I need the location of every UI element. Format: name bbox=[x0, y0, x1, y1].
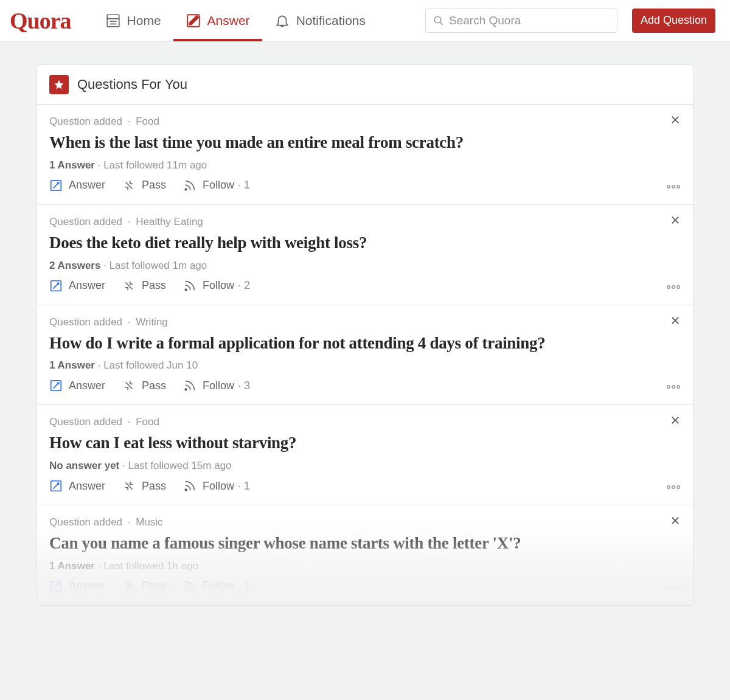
answers-count[interactable]: 1 Answer bbox=[49, 560, 95, 572]
answer-action[interactable]: Answer bbox=[49, 580, 105, 593]
dismiss-button[interactable] bbox=[670, 415, 681, 428]
question-stats: 2 Answers · Last followed 1m ago bbox=[49, 260, 681, 272]
svg-point-22 bbox=[185, 389, 187, 390]
answers-count[interactable]: 1 Answer bbox=[49, 359, 95, 371]
svg-point-15 bbox=[185, 289, 187, 291]
close-icon bbox=[670, 315, 681, 326]
feed-icon bbox=[105, 13, 121, 29]
meta-label: Question added bbox=[49, 216, 122, 227]
nav-notifications[interactable]: Notifications bbox=[262, 0, 378, 41]
svg-point-40 bbox=[672, 586, 675, 589]
topic-link[interactable]: Food bbox=[136, 416, 159, 428]
question-title[interactable]: When is the last time you made an entire… bbox=[49, 133, 681, 153]
question-card: Question added · FoodHow can I eat less … bbox=[37, 405, 693, 505]
topic-link[interactable]: Healthy Eating bbox=[136, 216, 203, 227]
dismiss-button[interactable] bbox=[670, 515, 681, 528]
pass-action[interactable]: Pass bbox=[122, 479, 166, 493]
bell-icon bbox=[274, 13, 290, 29]
follow-action[interactable]: Follow · 3 bbox=[183, 379, 250, 392]
question-card: Question added · WritingHow do I write a… bbox=[37, 305, 693, 406]
panel-header: Questions For You bbox=[37, 65, 693, 105]
more-options-button[interactable] bbox=[666, 383, 681, 391]
primary-nav: Home Answer Notifications bbox=[93, 0, 378, 41]
search-box[interactable] bbox=[425, 9, 617, 33]
follow-count: · 1 bbox=[238, 480, 250, 493]
top-header: Quora Home Answer Notifications bbox=[0, 0, 730, 41]
answers-count[interactable]: No answer yet bbox=[49, 460, 119, 471]
search-input[interactable] bbox=[449, 14, 610, 27]
pass-icon bbox=[122, 479, 136, 493]
question-actions: AnswerPassFollow · 3 bbox=[49, 379, 681, 392]
question-title[interactable]: Does the keto diet really help with weig… bbox=[49, 233, 681, 254]
question-stats: 1 Answer · Last followed 1h ago bbox=[49, 560, 681, 572]
dismiss-button[interactable] bbox=[670, 215, 681, 228]
svg-point-36 bbox=[185, 589, 187, 591]
nav-home-label: Home bbox=[127, 13, 161, 28]
dismiss-button[interactable] bbox=[670, 315, 681, 328]
add-question-button[interactable]: Add Question bbox=[632, 9, 715, 33]
follow-action[interactable]: Follow · 1 bbox=[183, 179, 250, 192]
nav-home[interactable]: Home bbox=[93, 0, 173, 41]
question-meta: Question added · Food bbox=[49, 416, 681, 428]
answer-edit-icon bbox=[186, 13, 201, 29]
question-title[interactable]: How can I eat less without starving? bbox=[49, 433, 681, 454]
question-meta: Question added · Food bbox=[49, 116, 681, 128]
pass-icon bbox=[122, 179, 136, 192]
ellipsis-icon bbox=[666, 485, 681, 490]
more-options-button[interactable] bbox=[666, 283, 681, 291]
meta-label: Question added bbox=[49, 116, 122, 127]
topic-link[interactable]: Writing bbox=[136, 316, 168, 328]
follow-action[interactable]: Follow · 1 bbox=[183, 580, 250, 593]
follow-count: · 2 bbox=[238, 279, 250, 292]
answer-action[interactable]: Answer bbox=[49, 479, 105, 493]
answers-count[interactable]: 2 Answers bbox=[49, 260, 100, 271]
close-icon bbox=[670, 215, 681, 226]
svg-point-5 bbox=[434, 16, 441, 23]
question-card: Question added · Healthy EatingDoes the … bbox=[37, 205, 693, 305]
question-stats: 1 Answer · Last followed Jun 10 bbox=[49, 359, 681, 372]
question-title[interactable]: Can you name a famous singer whose name … bbox=[49, 533, 681, 554]
pass-icon bbox=[122, 379, 136, 392]
answer-icon bbox=[49, 580, 63, 593]
svg-point-34 bbox=[677, 486, 680, 488]
close-icon bbox=[670, 415, 681, 426]
more-options-button[interactable] bbox=[666, 583, 681, 592]
answer-action[interactable]: Answer bbox=[49, 279, 105, 293]
answer-action[interactable]: Answer bbox=[49, 379, 105, 392]
question-meta: Question added · Healthy Eating bbox=[49, 216, 681, 228]
star-badge-icon bbox=[49, 75, 69, 94]
question-actions: AnswerPassFollow · 1 bbox=[49, 479, 681, 493]
more-options-button[interactable] bbox=[666, 483, 681, 491]
ellipsis-icon bbox=[666, 285, 681, 289]
svg-point-8 bbox=[185, 189, 187, 190]
question-title[interactable]: How do I write a formal application for … bbox=[49, 333, 681, 354]
rss-icon bbox=[183, 580, 196, 593]
answers-count[interactable]: 1 Answer bbox=[49, 159, 95, 171]
pass-action[interactable]: Pass bbox=[122, 580, 166, 593]
follow-action[interactable]: Follow · 1 bbox=[183, 479, 250, 493]
follow-action[interactable]: Follow · 2 bbox=[183, 279, 250, 293]
answer-icon bbox=[49, 479, 63, 493]
ellipsis-icon bbox=[666, 384, 681, 389]
answer-action[interactable]: Answer bbox=[49, 179, 105, 192]
svg-point-29 bbox=[185, 489, 187, 491]
svg-point-12 bbox=[672, 185, 675, 188]
topic-link[interactable]: Music bbox=[136, 516, 162, 528]
meta-label: Question added bbox=[49, 516, 122, 528]
pass-icon bbox=[122, 580, 136, 593]
question-actions: AnswerPassFollow · 1 bbox=[49, 179, 681, 192]
pass-action[interactable]: Pass bbox=[122, 379, 166, 392]
question-card: Question added · MusicCan you name a fam… bbox=[37, 505, 693, 605]
quora-logo[interactable]: Quora bbox=[10, 7, 71, 34]
svg-point-32 bbox=[667, 486, 670, 488]
pass-action[interactable]: Pass bbox=[122, 279, 166, 293]
question-card: Question added · FoodWhen is the last ti… bbox=[37, 105, 693, 205]
dismiss-button[interactable] bbox=[670, 114, 681, 128]
rss-icon bbox=[183, 379, 196, 392]
nav-answer-label: Answer bbox=[207, 13, 250, 28]
topic-link[interactable]: Food bbox=[136, 116, 159, 127]
svg-point-39 bbox=[667, 586, 670, 589]
nav-answer[interactable]: Answer bbox=[173, 0, 262, 41]
more-options-button[interactable] bbox=[666, 182, 681, 191]
pass-action[interactable]: Pass bbox=[122, 179, 166, 192]
